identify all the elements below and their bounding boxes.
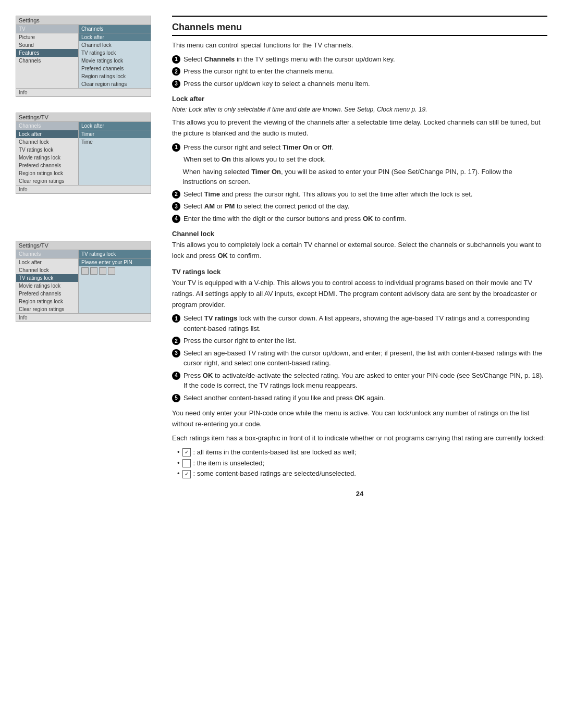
icon-empty bbox=[182, 459, 191, 467]
tv-ratings-steps: 1 Select TV ratings lock with the cursor… bbox=[172, 313, 547, 403]
panel2-body: Channels Lock after Channel lock TV rati… bbox=[16, 122, 151, 185]
right-item-timer[interactable]: Timer bbox=[79, 130, 151, 138]
step-text: Select AM or PM to select the correct pe… bbox=[183, 201, 349, 212]
panel2-left: Channels Lock after Channel lock TV rati… bbox=[16, 122, 79, 185]
settings-panel-2: Settings/TV Channels Lock after Channel … bbox=[16, 113, 151, 194]
step-text: When having selected Timer On, you will … bbox=[183, 167, 547, 187]
step-text-1: Select Channels in the TV settings menu … bbox=[183, 54, 395, 65]
step-circle-3: 3 bbox=[172, 80, 180, 88]
right-item-time[interactable]: Time bbox=[79, 138, 151, 146]
step-circle: 1 bbox=[172, 143, 180, 152]
step-circle: 3 bbox=[172, 202, 180, 211]
right-item-lock-after[interactable]: Lock after bbox=[79, 33, 151, 41]
panel1-title: Settings bbox=[16, 16, 151, 25]
channels-menu-title: Channels menu bbox=[172, 22, 547, 36]
menu-item[interactable]: Movie ratings lock bbox=[16, 154, 78, 162]
channels-intro: This menu can control special functions … bbox=[172, 40, 547, 51]
step-circle: 5 bbox=[172, 394, 180, 402]
step-item: When having selected Timer On, you will … bbox=[172, 167, 547, 187]
step-item: 1 Select Channels in the TV settings men… bbox=[172, 54, 547, 65]
step-text: Select Time and press the cursor right. … bbox=[183, 189, 472, 200]
step-circle-1: 1 bbox=[172, 55, 180, 64]
menu-item[interactable]: Region ratings lock bbox=[16, 169, 78, 177]
menu-item-lock-after[interactable]: Lock after bbox=[16, 130, 78, 138]
panel1-footer: Info bbox=[16, 88, 151, 96]
panel2-footer: Info bbox=[16, 185, 151, 193]
icon-partial: ✓ bbox=[182, 470, 191, 478]
panel3-left: Channels Lock after Channel lock TV rati… bbox=[16, 250, 79, 313]
step-text: When set to On this allows you to set th… bbox=[183, 154, 326, 165]
menu-item[interactable]: TV ratings lock bbox=[16, 146, 78, 154]
right-item[interactable]: TV ratings lock bbox=[79, 49, 151, 57]
pin-input-area[interactable] bbox=[79, 266, 151, 276]
step-text: Select an age-based TV rating with the c… bbox=[183, 348, 547, 368]
step-text-2: Press the cursor right to enter the chan… bbox=[183, 66, 334, 77]
menu-item[interactable]: Region ratings lock bbox=[16, 298, 78, 305]
menu-item[interactable]: Clear region ratings bbox=[16, 305, 78, 313]
menu-item[interactable]: Prefered channels bbox=[16, 290, 78, 298]
step-circle: 2 bbox=[172, 337, 180, 345]
panel2-right-header: Lock after bbox=[79, 122, 151, 130]
bullet-text: : some content-based ratings are selecte… bbox=[193, 468, 356, 479]
menu-item[interactable]: Lock after bbox=[16, 258, 78, 266]
step-item: 3 Press the cursor up/down key to select… bbox=[172, 79, 547, 89]
menu-item[interactable]: Sound bbox=[16, 41, 78, 49]
menu-item[interactable]: Channel lock bbox=[16, 138, 78, 146]
panel2-title: Settings/TV bbox=[16, 113, 151, 122]
step-circle: 1 bbox=[172, 314, 180, 323]
menu-item-features[interactable]: Features bbox=[16, 49, 78, 57]
step-item: 2 Select Time and press the cursor right… bbox=[172, 189, 547, 200]
step-circle: 2 bbox=[172, 190, 180, 199]
step-text: Press the cursor right and select Timer … bbox=[183, 142, 334, 153]
menu-item[interactable]: Movie ratings lock bbox=[16, 282, 78, 290]
pin-box-4[interactable] bbox=[108, 267, 115, 275]
bullet-text: : the item is unselected; bbox=[193, 458, 265, 469]
step-item: When set to On this allows you to set th… bbox=[172, 154, 547, 165]
pin-box-2[interactable] bbox=[90, 267, 97, 275]
pin-box-1[interactable] bbox=[81, 267, 89, 275]
panel1-right: Channels Lock after Channel lock TV rati… bbox=[79, 25, 151, 88]
menu-item[interactable]: Channel lock bbox=[16, 266, 78, 274]
step-item: 2 Press the cursor right to enter the ch… bbox=[172, 66, 547, 77]
lock-after-note: Note: Lock after is only selectable if t… bbox=[172, 105, 547, 114]
step-item: 1 Press the cursor right and select Time… bbox=[172, 142, 547, 153]
lock-after-body: This allows you to prevent the viewing o… bbox=[172, 117, 547, 139]
menu-item-tv-ratings[interactable]: TV ratings lock bbox=[16, 274, 78, 282]
tv-ratings-lock-title: TV ratings lock bbox=[172, 268, 547, 276]
page-number: 24 bbox=[172, 490, 547, 498]
right-item[interactable]: Clear region ratings bbox=[79, 80, 151, 88]
icon-checked: ✓ bbox=[182, 448, 191, 456]
pin-box-3[interactable] bbox=[99, 267, 106, 275]
panel2-right: Lock after Timer Time bbox=[79, 122, 151, 185]
step-circle: 3 bbox=[172, 349, 180, 357]
panel3-body: Channels Lock after Channel lock TV rati… bbox=[16, 250, 151, 313]
step-text: Enter the time with the digit or the cur… bbox=[183, 214, 407, 224]
menu-item[interactable]: Prefered channels bbox=[16, 162, 78, 169]
left-column: Settings TV Picture Sound Features Chann… bbox=[0, 0, 162, 728]
panel3-footer: Info bbox=[16, 313, 151, 322]
step-item: 1 Select TV ratings lock with the cursor… bbox=[172, 313, 547, 334]
channels-steps: 1 Select Channels in the TV settings men… bbox=[172, 54, 547, 89]
right-item[interactable]: Movie ratings lock bbox=[79, 57, 151, 65]
bullet-item-partial: • ✓ : some content-based ratings are sel… bbox=[177, 468, 547, 479]
menu-item[interactable]: Picture bbox=[16, 33, 78, 41]
panel3-right-header: TV ratings lock bbox=[79, 250, 151, 258]
tv-ratings-body2: You need only enter your PIN-code once w… bbox=[172, 408, 547, 430]
step-text: Press OK to activate/de-activate the sel… bbox=[183, 371, 547, 391]
step-text-3: Press the cursor up/down key to select a… bbox=[183, 79, 370, 89]
right-item[interactable]: Region ratings lock bbox=[79, 72, 151, 80]
step-item: 3 Select AM or PM to select the correct … bbox=[172, 201, 547, 212]
panel1-left-header: TV bbox=[16, 25, 78, 33]
menu-item[interactable]: Channels bbox=[16, 57, 78, 65]
panel3-right: TV ratings lock Please enter your PIN bbox=[79, 250, 151, 313]
step-circle-2: 2 bbox=[172, 67, 180, 76]
step-item: 2 Press the cursor right to enter the li… bbox=[172, 336, 547, 346]
step-item: 3 Select an age-based TV rating with the… bbox=[172, 348, 547, 368]
step-text: Select TV ratings lock with the cursor d… bbox=[183, 313, 547, 334]
right-item[interactable]: Prefered channels bbox=[79, 65, 151, 72]
bullet-item-empty: • : the item is unselected; bbox=[177, 458, 547, 469]
right-item[interactable]: Channel lock bbox=[79, 41, 151, 49]
menu-item[interactable]: Clear region ratings bbox=[16, 177, 78, 185]
step-item: 5 Select another content-based rating if… bbox=[172, 393, 547, 403]
settings-panel-3: Settings/TV Channels Lock after Channel … bbox=[16, 241, 151, 322]
